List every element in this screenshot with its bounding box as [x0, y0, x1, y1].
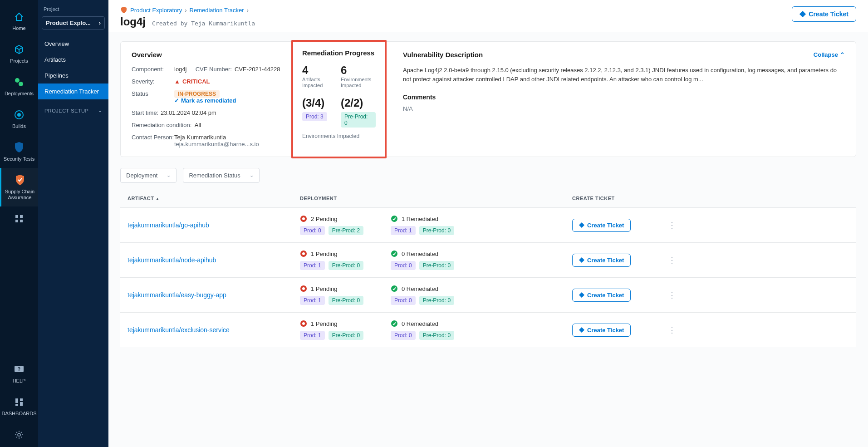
chevron-down-icon: ⌄ — [250, 172, 254, 178]
svg-point-1 — [19, 82, 23, 86]
row-create-ticket-button[interactable]: Create Ticket — [572, 324, 631, 337]
vulnerability-card: Vulnerability Description Collapse ⌃ Apa… — [385, 42, 856, 157]
artifact-link[interactable]: tejakummarikuntla/easy-buggy-app — [128, 291, 300, 299]
create-ticket-button[interactable]: Create Ticket — [792, 6, 856, 22]
nav-deployments[interactable]: Deployments — [0, 70, 38, 103]
pending-icon — [300, 320, 307, 327]
nav-projects[interactable]: Projects — [0, 37, 38, 70]
prod-fraction: (3/4) — [302, 97, 337, 109]
svg-rect-11 — [20, 398, 23, 401]
row-more-menu[interactable]: ⋮ — [663, 255, 681, 265]
artifact-link[interactable]: tejakummarikuntla/go-apihub — [128, 221, 300, 229]
sidebar-group-project-setup[interactable]: PROJECT SETUP ⌄ — [38, 99, 108, 117]
sidebar-item-pipelines[interactable]: Pipelines — [38, 68, 108, 84]
remediated-prod-pill: Prod: 0 — [391, 331, 416, 340]
remediation-progress-card: Remediation Progress 4 Artifacts Impacte… — [291, 40, 387, 158]
success-icon — [391, 320, 398, 327]
nav-rail: Home Projects Deployments Builds Securit… — [0, 0, 38, 447]
nav-supply-chain-assurance[interactable]: Supply Chain Assurance — [0, 168, 38, 206]
page-author: Created by Teja Kummarikuntla — [152, 20, 255, 27]
deployment-filter[interactable]: Deployment ⌄ — [120, 168, 177, 183]
remediated-cell: 0 Remediated Prod: 0 Pre-Prod: 0 — [391, 285, 572, 305]
nav-dashboards[interactable]: DASHBOARDS — [0, 390, 38, 422]
remediation-status-filter[interactable]: Remediation Status ⌄ — [183, 168, 259, 183]
remediated-cell: 0 Remediated Prod: 0 Pre-Prod: 0 — [391, 320, 572, 340]
remediated-preprod-pill: Pre-Prod: 0 — [419, 226, 454, 235]
th-deployment[interactable]: DEPLOYMENT — [300, 196, 391, 201]
pending-cell: 1 Pending Prod: 1 Pre-Prod: 0 — [300, 250, 391, 270]
success-icon — [391, 285, 398, 292]
nav-home[interactable]: Home — [0, 5, 38, 37]
project-selector[interactable]: Product Explo... › — [42, 16, 105, 29]
row-create-ticket-button[interactable]: Create Ticket — [572, 254, 631, 267]
svg-rect-5 — [20, 215, 23, 218]
table-header: ARTIFACT DEPLOYMENT CREATE TICKET — [120, 189, 856, 207]
pending-preprod-pill: Pre-Prod: 2 — [329, 226, 363, 235]
start-time-value: 23.01.2024 02:04 pm — [161, 109, 282, 116]
sidebar-item-artifacts[interactable]: Artifacts — [38, 52, 108, 68]
svg-rect-31 — [579, 327, 584, 333]
pending-cell: 1 Pending Prod: 1 Pre-Prod: 0 — [300, 320, 391, 340]
pending-icon — [300, 285, 307, 292]
svg-rect-6 — [15, 220, 18, 222]
warning-icon: ▲ — [174, 78, 180, 85]
remediated-preprod-pill: Pre-Prod: 0 — [419, 261, 454, 270]
svg-rect-15 — [799, 11, 806, 17]
breadcrumb-product-exploratory[interactable]: Product Exploratory — [130, 7, 182, 14]
svg-rect-7 — [20, 220, 23, 222]
artifact-link[interactable]: tejakummarikuntla/node-apihub — [128, 256, 300, 264]
table-row: tejakummarikuntla/go-apihub 2 Pending Pr… — [120, 207, 856, 242]
nav-grid[interactable] — [0, 206, 38, 231]
breadcrumb-remediation-tracker[interactable]: Remediation Tracker — [190, 7, 244, 14]
environments-impacted-count: 6 — [341, 64, 376, 77]
success-icon — [391, 250, 398, 257]
comments-value: N/A — [403, 105, 845, 112]
contact-person-value: Teja Kummarikuntla teja.kummarikuntla@ha… — [174, 134, 282, 147]
svg-rect-13 — [20, 402, 23, 406]
diamond-icon — [579, 327, 584, 333]
diamond-icon — [799, 11, 806, 17]
row-more-menu[interactable]: ⋮ — [663, 325, 681, 335]
row-more-menu[interactable]: ⋮ — [663, 290, 681, 300]
component-value: log4j — [174, 66, 186, 73]
remediated-cell: 1 Remediated Prod: 1 Pre-Prod: 0 — [391, 215, 572, 235]
row-more-menu[interactable]: ⋮ — [663, 220, 681, 230]
artifact-link[interactable]: tejakummarikuntla/exclusion-service — [128, 326, 300, 334]
nav-help[interactable]: ? HELP — [0, 357, 38, 390]
cve-label: CVE Number: — [196, 66, 232, 73]
row-create-ticket-button[interactable]: Create Ticket — [572, 219, 631, 232]
sidebar-item-remediation-tracker[interactable]: Remediation Tracker — [38, 84, 108, 99]
remediated-prod-pill: Prod: 1 — [391, 226, 416, 235]
svg-point-0 — [15, 78, 20, 83]
pending-preprod-pill: Pre-Prod: 0 — [329, 331, 363, 340]
table-row: tejakummarikuntla/easy-buggy-app 1 Pendi… — [120, 277, 856, 312]
artifacts-impacted-count: 4 — [302, 64, 337, 77]
row-create-ticket-button[interactable]: Create Ticket — [572, 289, 631, 302]
progress-heading: Remediation Progress — [302, 49, 376, 57]
pending-preprod-pill: Pre-Prod: 0 — [329, 261, 363, 270]
mark-as-remediated-link[interactable]: ✓ Mark as remediated — [174, 97, 236, 104]
comments-heading: Comments — [403, 93, 845, 101]
svg-rect-23 — [579, 257, 584, 263]
collapse-toggle[interactable]: Collapse ⌃ — [814, 51, 845, 58]
pending-prod-pill: Prod: 1 — [300, 296, 325, 305]
page-title: log4j — [120, 15, 146, 28]
summary-cards: Overview Component: log4j CVE Number: CV… — [120, 41, 856, 157]
pending-icon — [300, 215, 307, 222]
remediated-prod-pill: Prod: 0 — [391, 261, 416, 270]
contact-person-label: Contact Person: — [132, 134, 174, 147]
shield-small-icon — [120, 6, 128, 14]
pending-cell: 2 Pending Prod: 0 Pre-Prod: 2 — [300, 215, 391, 235]
sidebar-item-overview[interactable]: Overview — [38, 36, 108, 52]
nav-settings[interactable] — [0, 422, 38, 447]
nav-builds[interactable]: Builds — [0, 103, 38, 135]
component-label: Component: — [132, 66, 174, 73]
environments-impacted-footer: Environments Impacted — [302, 133, 376, 139]
artifacts-impacted-label: Artifacts Impacted — [302, 77, 337, 88]
help-icon: ? — [13, 363, 25, 375]
nav-security-tests[interactable]: Security Tests — [0, 135, 38, 168]
th-artifact[interactable]: ARTIFACT — [128, 196, 300, 201]
svg-rect-27 — [579, 292, 584, 298]
remediated-preprod-pill: Pre-Prod: 0 — [419, 296, 454, 305]
svg-point-25 — [302, 287, 305, 290]
